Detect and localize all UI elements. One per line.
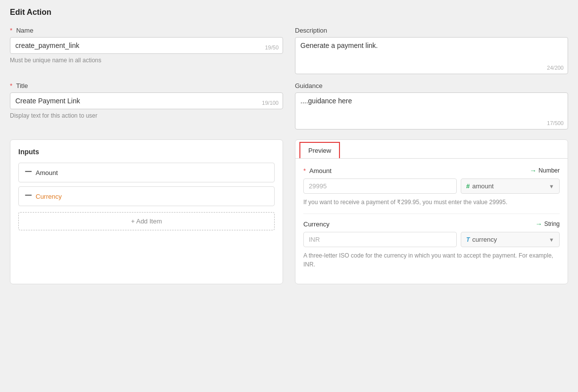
name-label: * Name: [10, 27, 283, 34]
preview-amount-type: → Number: [530, 167, 560, 174]
page-title: Edit Action: [10, 8, 568, 17]
title-label: * Title: [10, 82, 283, 89]
description-label: Description: [295, 27, 568, 34]
name-field-group: * Name 19/50 Must be unique name in all …: [10, 27, 283, 74]
preview-amount-select-label: amount: [472, 182, 493, 190]
inputs-panel-title: Inputs: [18, 148, 275, 156]
name-required-star: *: [10, 27, 12, 34]
title-input[interactable]: [10, 93, 283, 109]
title-hint: Display text for this action to user: [10, 112, 283, 119]
currency-cursor-icon: 𝍠: [25, 192, 32, 201]
description-input-wrap: Generate a payment link. 24/200: [295, 37, 568, 74]
preview-separator: [303, 214, 560, 214]
preview-tab[interactable]: Preview: [299, 142, 340, 158]
text-icon: T: [466, 236, 470, 243]
preview-currency-select[interactable]: T currency ▼: [461, 232, 560, 247]
name-char-count: 19/50: [265, 44, 279, 50]
preview-currency-input[interactable]: INR: [303, 232, 457, 247]
preview-amount-inputs: 29995 # amount ▼: [303, 178, 560, 194]
top-fields-grid: * Name 19/50 Must be unique name in all …: [10, 27, 568, 130]
preview-amount-row: * Amount → Number: [303, 167, 560, 174]
preview-amount-type-label: Number: [538, 167, 560, 174]
hash-icon: #: [466, 182, 470, 190]
input-item-currency-label: Currency: [36, 193, 62, 200]
add-item-button[interactable]: + Add Item: [18, 212, 275, 230]
guidance-label: Guidance: [295, 82, 568, 89]
amount-cursor-icon: 𝍠: [25, 168, 32, 177]
preview-panel: Preview * Amount → Number 29995 #: [295, 139, 568, 284]
guidance-char-count: 17/500: [547, 120, 564, 126]
arrow-right-icon: →: [530, 167, 536, 174]
preview-body: * Amount → Number 29995 # amount ▼: [295, 159, 568, 284]
preview-currency-type: → String: [535, 220, 560, 228]
inputs-panel: Inputs 𝍠 Amount 𝍠 Currency + Add Item: [10, 139, 283, 284]
bottom-grid: Inputs 𝍠 Amount 𝍠 Currency + Add Item Pr…: [10, 139, 568, 284]
preview-amount-select-inner: # amount: [466, 182, 494, 190]
title-field-group: * Title 19/100 Display text for this act…: [10, 82, 283, 130]
preview-currency-select-label: currency: [472, 236, 497, 243]
preview-amount-input[interactable]: 29995: [303, 178, 457, 194]
description-field-group: Description Generate a payment link. 24/…: [295, 27, 568, 74]
title-required-star: *: [10, 82, 12, 89]
guidance-field-group: Guidance ....guidance here 17/500: [295, 82, 568, 130]
guidance-input[interactable]: ....guidance here: [295, 93, 568, 128]
preview-currency-label: Currency: [303, 220, 330, 228]
input-item-amount-label: Amount: [36, 169, 58, 176]
preview-currency-inputs: INR T currency ▼: [303, 232, 560, 247]
input-item-currency[interactable]: 𝍠 Currency: [18, 186, 275, 206]
preview-currency-select-inner: T currency: [466, 236, 497, 243]
title-char-count: 19/100: [262, 100, 279, 106]
chevron-down-icon: ▼: [549, 183, 554, 189]
preview-currency-hint: A three-letter ISO code for the currency…: [303, 251, 560, 269]
name-input-wrap: 19/50: [10, 37, 283, 54]
preview-amount-label: * Amount: [303, 167, 332, 174]
preview-tab-bar: Preview: [295, 140, 568, 159]
chevron-down-icon-2: ▼: [549, 237, 554, 243]
name-input[interactable]: [10, 38, 283, 53]
arrow-right-icon-2: →: [535, 220, 542, 228]
input-item-amount[interactable]: 𝍠 Amount: [18, 163, 275, 182]
preview-amount-hint: If you want to receive a payment of ₹299…: [303, 198, 560, 207]
guidance-input-wrap: ....guidance here 17/500: [295, 92, 568, 130]
description-char-count: 24/200: [547, 65, 564, 71]
preview-currency-type-label: String: [544, 220, 560, 227]
preview-currency-row: Currency → String: [303, 220, 560, 228]
name-hint: Must be unique name in all actions: [10, 57, 283, 64]
preview-amount-select[interactable]: # amount ▼: [461, 178, 560, 194]
title-input-wrap: 19/100: [10, 92, 283, 109]
preview-amount-required: *: [303, 167, 306, 174]
description-input[interactable]: Generate a payment link.: [295, 38, 568, 72]
